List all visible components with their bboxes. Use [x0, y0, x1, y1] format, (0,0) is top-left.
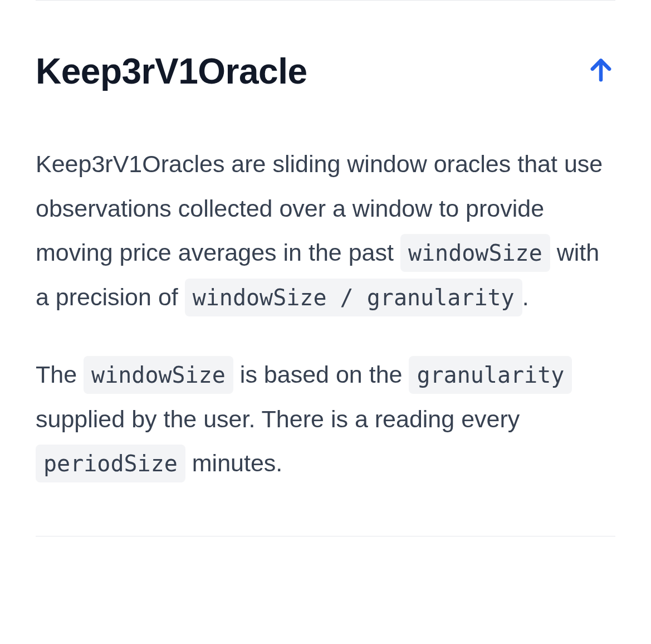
code-windowsize-granularity: windowSize / granularity [185, 279, 522, 316]
code-granularity: granularity [409, 356, 572, 394]
arrow-up-icon [586, 56, 615, 87]
text-segment: . [522, 284, 529, 310]
page-title: Keep3rV1Oracle [36, 51, 307, 92]
bottom-divider [36, 536, 615, 536]
top-divider [36, 0, 615, 1]
paragraph-2: The windowSize is based on the granulari… [36, 353, 615, 486]
code-periodsize: periodSize [36, 445, 185, 482]
code-windowsize: windowSize [84, 356, 233, 394]
text-segment: supplied by the user. There is a reading… [36, 406, 520, 432]
content-area: Keep3rV1Oracles are sliding window oracl… [36, 142, 615, 486]
text-segment: minutes. [185, 450, 282, 476]
text-segment: The [36, 361, 84, 388]
scroll-to-top-button[interactable] [586, 57, 615, 86]
text-segment: is based on the [233, 361, 409, 388]
header-row: Keep3rV1Oracle [36, 51, 615, 92]
paragraph-1: Keep3rV1Oracles are sliding window oracl… [36, 142, 615, 319]
code-windowsize: windowSize [400, 234, 550, 272]
